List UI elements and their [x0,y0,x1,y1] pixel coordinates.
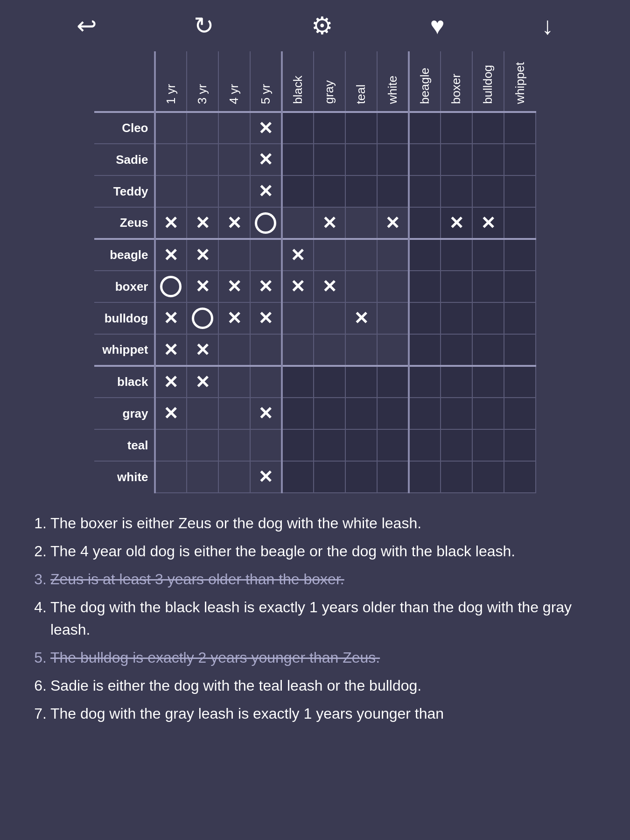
cell-whippet-white[interactable] [377,334,409,366]
cell-bulldog-5yr[interactable]: ✕ [250,302,282,334]
cell-teal-5yr[interactable] [250,429,282,461]
cell-sadie-teal[interactable] [345,144,377,175]
cell-cleo-teal[interactable] [345,112,377,144]
cell-gray-5yr[interactable]: ✕ [250,398,282,429]
cell-teddy-3yr[interactable] [187,175,218,207]
cell-boxer-1yr[interactable] [155,271,187,302]
cell-black-4yr[interactable] [218,366,250,398]
cell-sadie-beagle[interactable] [409,144,441,175]
cell-boxer-white[interactable] [377,271,409,302]
cell-bulldog-1yr[interactable]: ✕ [155,302,187,334]
cell-teddy-white[interactable] [377,175,409,207]
cell-teddy-teal[interactable] [345,175,377,207]
cell-sadie-1yr[interactable] [155,144,187,175]
cell-sadie-gray[interactable] [314,144,345,175]
cell-beagle-gray[interactable] [314,239,345,271]
cell-teddy-5yr[interactable]: ✕ [250,175,282,207]
cell-white-5yr[interactable]: ✕ [250,461,282,493]
cell-white-3yr[interactable] [187,461,218,493]
cell-boxer-black[interactable]: ✕ [282,271,314,302]
cell-whippet-3yr[interactable]: ✕ [187,334,218,366]
cell-sadie-bulldog[interactable] [472,144,504,175]
cell-beagle-5yr[interactable] [250,239,282,271]
cell-zeus-teal[interactable] [345,207,377,239]
cell-whippet-4yr[interactable] [218,334,250,366]
cell-teal-4yr[interactable] [218,429,250,461]
cell-beagle-white[interactable] [377,239,409,271]
cell-whippet-black[interactable] [282,334,314,366]
cell-zeus-black[interactable] [282,207,314,239]
cell-zeus-gray[interactable]: ✕ [314,207,345,239]
cell-bulldog-black[interactable] [282,302,314,334]
cell-gray-3yr[interactable] [187,398,218,429]
cell-bulldog-4yr[interactable]: ✕ [218,302,250,334]
cell-teddy-4yr[interactable] [218,175,250,207]
back-button[interactable]: ↩ [77,12,97,40]
cell-white-4yr[interactable] [218,461,250,493]
cell-zeus-5yr[interactable] [250,207,282,239]
cell-teddy-gray[interactable] [314,175,345,207]
cell-boxer-5yr[interactable]: ✕ [250,271,282,302]
cell-boxer-teal[interactable] [345,271,377,302]
cell-zeus-bulldog[interactable]: ✕ [472,207,504,239]
cell-cleo-1yr[interactable] [155,112,187,144]
cell-zeus-whippet[interactable] [504,207,536,239]
cell-beagle-black[interactable]: ✕ [282,239,314,271]
cell-cleo-whippet[interactable] [504,112,536,144]
cell-beagle-3yr[interactable]: ✕ [187,239,218,271]
cell-black-5yr[interactable] [250,366,282,398]
cell-sadie-boxer[interactable] [441,144,472,175]
cell-whippet-gray[interactable] [314,334,345,366]
cell-gray-4yr[interactable] [218,398,250,429]
cell-bulldog-teal[interactable]: ✕ [345,302,377,334]
cell-whippet-1yr[interactable]: ✕ [155,334,187,366]
cell-teddy-bulldog[interactable] [472,175,504,207]
cell-zeus-3yr[interactable]: ✕ [187,207,218,239]
cell-cleo-gray[interactable] [314,112,345,144]
cell-zeus-beagle[interactable] [409,207,441,239]
cell-bulldog-white[interactable] [377,302,409,334]
cell-cleo-boxer[interactable] [441,112,472,144]
cell-cleo-beagle[interactable] [409,112,441,144]
cell-black-1yr[interactable]: ✕ [155,366,187,398]
cell-zeus-boxer[interactable]: ✕ [441,207,472,239]
cell-teddy-black[interactable] [282,175,314,207]
cell-boxer-gray[interactable]: ✕ [314,271,345,302]
cell-sadie-4yr[interactable] [218,144,250,175]
cell-sadie-white[interactable] [377,144,409,175]
cell-teddy-1yr[interactable] [155,175,187,207]
cell-sadie-5yr[interactable]: ✕ [250,144,282,175]
cell-boxer-4yr[interactable]: ✕ [218,271,250,302]
cell-white-1yr[interactable] [155,461,187,493]
cell-beagle-4yr[interactable] [218,239,250,271]
cell-black-3yr[interactable]: ✕ [187,366,218,398]
cell-teal-3yr[interactable] [187,429,218,461]
refresh-button[interactable]: ↻ [194,12,214,40]
cell-teal-1yr[interactable] [155,429,187,461]
cell-whippet-5yr[interactable] [250,334,282,366]
settings-button[interactable]: ⚙ [311,12,333,40]
cell-zeus-white[interactable]: ✕ [377,207,409,239]
cell-gray-1yr[interactable]: ✕ [155,398,187,429]
download-button[interactable]: ↓ [541,12,553,40]
cell-sadie-3yr[interactable] [187,144,218,175]
cell-zeus-4yr[interactable]: ✕ [218,207,250,239]
cell-cleo-5yr[interactable]: ✕ [250,112,282,144]
cell-cleo-bulldog[interactable] [472,112,504,144]
cell-bulldog-3yr[interactable] [187,302,218,334]
cell-bulldog-gray[interactable] [314,302,345,334]
cell-beagle-teal[interactable] [345,239,377,271]
cell-whippet-teal[interactable] [345,334,377,366]
cell-teddy-boxer[interactable] [441,175,472,207]
cell-beagle-1yr[interactable]: ✕ [155,239,187,271]
cell-sadie-black[interactable] [282,144,314,175]
cell-sadie-whippet[interactable] [504,144,536,175]
cell-zeus-1yr[interactable]: ✕ [155,207,187,239]
cell-boxer-3yr[interactable]: ✕ [187,271,218,302]
cell-cleo-white[interactable] [377,112,409,144]
heart-button[interactable]: ♥ [430,12,445,40]
cell-teddy-beagle[interactable] [409,175,441,207]
cell-teddy-whippet[interactable] [504,175,536,207]
cell-cleo-4yr[interactable] [218,112,250,144]
cell-cleo-black[interactable] [282,112,314,144]
